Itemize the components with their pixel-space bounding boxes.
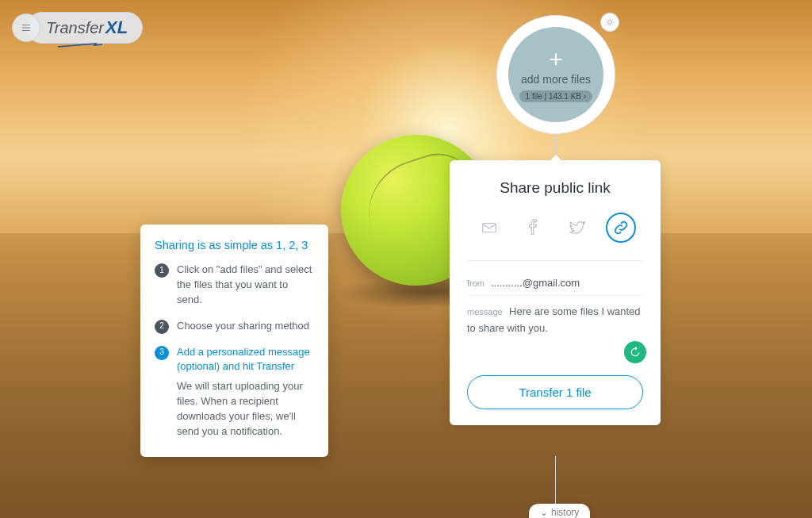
email-icon xyxy=(481,219,498,236)
step-text: Choose your sharing method xyxy=(177,319,309,334)
step-number-badge: 3 xyxy=(155,346,169,360)
share-card-title: Share public link xyxy=(467,179,643,197)
message-block: message Here are some files I wanted to … xyxy=(467,304,643,345)
step-subtext: We will start uploading your files. When… xyxy=(177,379,314,439)
from-row: from xyxy=(467,272,643,296)
share-facebook-button[interactable] xyxy=(518,213,548,243)
file-summary-badge[interactable]: 1 file | 143.1 KB › xyxy=(519,90,593,102)
transfer-button[interactable]: Transfer 1 file xyxy=(467,375,643,409)
history-label: history xyxy=(551,507,579,518)
hamburger-icon xyxy=(21,22,32,33)
from-label: from xyxy=(467,278,485,288)
logo-swoosh-icon xyxy=(56,42,104,48)
captcha-badge[interactable] xyxy=(624,341,646,363)
step-text: Click on "add files" and select the file… xyxy=(177,263,314,308)
settings-button[interactable] xyxy=(600,13,619,32)
svg-rect-0 xyxy=(483,224,496,232)
facebook-icon xyxy=(524,219,542,236)
instructions-card: Sharing is as simple as 1, 2, 3 1 Click … xyxy=(140,224,328,457)
share-methods xyxy=(467,213,643,261)
share-twitter-button[interactable] xyxy=(562,213,592,243)
instructions-title: Sharing is as simple as 1, 2, 3 xyxy=(155,239,314,251)
plus-icon: + xyxy=(549,48,563,71)
share-link-button[interactable] xyxy=(606,213,636,243)
link-icon xyxy=(612,219,630,236)
twitter-icon xyxy=(569,219,586,236)
logo-suffix: XL xyxy=(105,17,128,38)
logo-text: Transfer xyxy=(46,19,104,37)
history-button[interactable]: ⌄ history xyxy=(529,504,590,518)
step-number-badge: 2 xyxy=(155,320,169,334)
logo[interactable]: TransferXL xyxy=(26,12,143,44)
add-files-label: add more files xyxy=(521,73,591,86)
share-email-button[interactable] xyxy=(474,213,504,243)
chevron-right-icon: › xyxy=(584,92,586,101)
instruction-step-3: 3 Add a personalized message (optional) … xyxy=(155,345,314,439)
chevron-down-icon: ⌄ xyxy=(540,507,548,518)
connector-arrow xyxy=(549,155,563,162)
step-text: Add a personalized message (optional) an… xyxy=(177,345,314,375)
file-summary-text: 1 file | 143.1 KB xyxy=(526,92,581,101)
from-input[interactable] xyxy=(491,277,643,289)
message-label: message xyxy=(467,307,503,317)
share-card: Share public link from message Here are … xyxy=(450,160,661,425)
menu-button[interactable] xyxy=(12,13,40,42)
instruction-step-1: 1 Click on "add files" and select the fi… xyxy=(155,263,314,308)
header: TransferXL xyxy=(12,12,143,44)
connector-line-bottom xyxy=(555,456,556,504)
step-number-badge: 1 xyxy=(155,263,169,278)
instruction-step-2: 2 Choose your sharing method xyxy=(155,319,314,334)
gear-icon xyxy=(605,17,615,27)
add-more-files-button[interactable]: + add more files 1 file | 143.1 KB › xyxy=(508,27,603,122)
refresh-icon xyxy=(629,346,642,359)
add-files-circle-wrapper: + add more files 1 file | 143.1 KB › xyxy=(496,15,615,134)
